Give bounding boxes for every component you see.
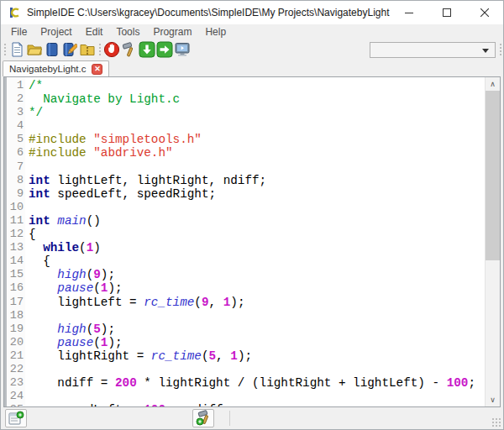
open-project-button[interactable] <box>25 40 43 59</box>
line-number: 22 <box>7 363 24 376</box>
stop-hand-icon <box>103 41 120 58</box>
line-number: 4 <box>7 119 24 133</box>
menu-program[interactable]: Program <box>146 26 198 38</box>
line-number: 12 <box>7 228 24 241</box>
code-line: pause(1); <box>29 281 485 295</box>
line-number: 13 <box>7 241 24 254</box>
serial-terminal-button[interactable] <box>173 40 191 59</box>
save-icon <box>45 42 60 57</box>
com-port-selector[interactable] <box>370 42 496 58</box>
maximize-button[interactable] <box>428 1 465 24</box>
menu-bar: File Project Edit Tools Program Help <box>1 24 503 39</box>
close-button[interactable] <box>465 1 503 24</box>
close-icon <box>480 8 489 17</box>
line-number: 23 <box>7 376 24 390</box>
build-status-toggle-button[interactable] <box>192 409 214 427</box>
code-line: lightLeft = rc_time(9, 1); <box>29 296 485 309</box>
code-line: #include "simpletools.h" <box>29 133 485 146</box>
save-as-icon <box>62 42 77 57</box>
build-project-button[interactable] <box>120 40 138 59</box>
scrollbar-thumb[interactable] <box>486 91 500 260</box>
code-line: int lightLeft, lightRight, ndiff; <box>29 174 485 187</box>
code-line: int main() <box>29 214 485 228</box>
tab-bar: NavigatebyLight.c ✕ <box>1 60 503 76</box>
toolbar-grip[interactable] <box>3 42 6 57</box>
code-line: high(5); <box>29 322 485 336</box>
line-number: 9 <box>7 187 24 201</box>
line-number: 1 <box>7 79 24 92</box>
build-status-hammer-icon <box>195 410 212 427</box>
code-line: high(9); <box>29 268 485 281</box>
line-number: 2 <box>7 92 24 106</box>
minimize-icon <box>405 8 413 17</box>
toolbar-grip[interactable] <box>498 42 501 57</box>
load-ram-run-button[interactable] <box>138 40 155 59</box>
toolbar <box>1 39 503 60</box>
menu-project[interactable]: Project <box>34 26 78 38</box>
code-line <box>29 390 485 403</box>
menu-file[interactable]: File <box>4 26 34 38</box>
code-line <box>29 363 485 376</box>
scrollbar-track[interactable] <box>486 91 500 393</box>
code-line: ndiff = 200 * lightRight / (lightRight +… <box>29 376 485 390</box>
tab-navigatebylight[interactable]: NavigatebyLight.c ✕ <box>3 60 109 76</box>
scroll-down-icon[interactable]: ∨ <box>486 393 500 406</box>
line-number: 3 <box>7 106 24 119</box>
scroll-up-icon[interactable]: ∧ <box>486 77 500 91</box>
line-number: 20 <box>7 336 24 349</box>
code-lines[interactable]: /* Navigate by Light.c*/#include "simple… <box>25 77 485 406</box>
line-number: 5 <box>7 133 24 146</box>
window-title: SimpleIDE C:\Users\kgracey\Documents\Sim… <box>27 7 390 18</box>
line-number: 24 <box>7 390 24 403</box>
line-number: 18 <box>7 309 24 322</box>
chevron-down-icon <box>482 49 489 53</box>
terminal-monitor-icon <box>174 41 191 58</box>
open-folder-icon <box>27 42 42 57</box>
save-as-button[interactable] <box>60 40 78 59</box>
line-number: 15 <box>7 268 24 281</box>
line-number: 19 <box>7 322 24 336</box>
line-number: 14 <box>7 254 24 268</box>
simpleide-window: SimpleIDE C:\Users\kgracey\Documents\Sim… <box>0 0 504 430</box>
code-line: int speedLeft, speedRight; <box>29 187 485 201</box>
new-project-button[interactable] <box>8 40 25 59</box>
arrow-down-icon <box>139 41 155 58</box>
arrow-right-icon <box>156 41 173 58</box>
line-number: 25 <box>7 403 24 406</box>
new-file-icon <box>9 42 24 57</box>
menu-edit[interactable]: Edit <box>79 26 110 38</box>
line-number: 21 <box>7 349 24 363</box>
save-project-button[interactable] <box>43 40 60 59</box>
zip-project-button[interactable] <box>78 40 96 59</box>
tab-label: NavigatebyLight.c <box>9 64 86 74</box>
toolbar-grip[interactable] <box>97 42 101 57</box>
line-number: 6 <box>7 146 24 160</box>
code-line: lightRight = rc_time(5, 1); <box>29 349 485 363</box>
resize-grip[interactable] <box>491 417 501 427</box>
project-manager-toggle-button[interactable] <box>5 409 27 427</box>
code-line: */ <box>29 106 485 119</box>
line-number: 16 <box>7 281 24 295</box>
line-number: 8 <box>7 174 24 187</box>
identify-hardware-button[interactable] <box>102 40 120 59</box>
line-number: 11 <box>7 214 24 228</box>
code-line: { <box>29 228 485 241</box>
title-bar: SimpleIDE C:\Users\kgracey\Documents\Sim… <box>1 1 503 24</box>
code-line: speedLeft = 100 - ndiff; <box>29 403 485 406</box>
code-line: /* <box>29 79 485 92</box>
code-editor[interactable]: 1234567891011121314151617181920212223242… <box>3 76 501 407</box>
line-numbers: 1234567891011121314151617181920212223242… <box>7 77 25 406</box>
minimize-button[interactable] <box>390 1 428 24</box>
load-eeprom-run-button[interactable] <box>155 40 173 59</box>
menu-help[interactable]: Help <box>198 26 233 38</box>
code-line: #include "abdrive.h" <box>29 146 485 160</box>
code-line: { <box>29 254 485 268</box>
tab-close-icon[interactable]: ✕ <box>92 64 102 75</box>
hammer-icon <box>121 41 138 58</box>
menu-tools[interactable]: Tools <box>109 26 146 38</box>
vertical-scrollbar[interactable]: ∧ ∨ <box>485 77 500 406</box>
code-line: pause(1); <box>29 336 485 349</box>
statusbar-separator <box>229 411 230 426</box>
code-line <box>29 201 485 214</box>
line-number: 10 <box>7 201 24 214</box>
